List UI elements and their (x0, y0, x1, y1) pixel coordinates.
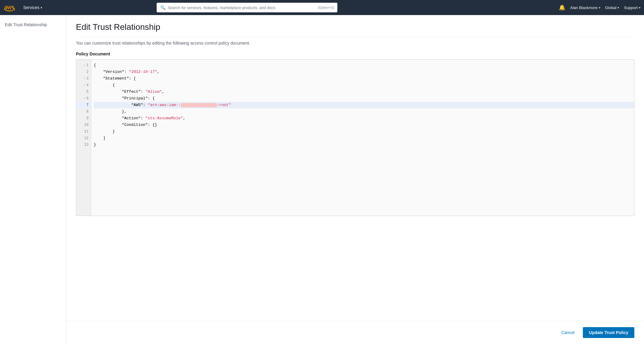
main-layout: Edit Trust Relationship Edit Trust Relat… (0, 15, 644, 344)
line-num-6: ▾ 6 (76, 95, 91, 102)
fold-arrow-3: ▾ (83, 75, 85, 82)
region-menu[interactable]: Global ▾ (605, 5, 619, 10)
code-line-1: { (94, 62, 634, 69)
code-line-6: "Principal": { (94, 95, 634, 102)
top-navigation: Services ▾ 🔍 [Option+S] 🔔 Alan Blackmore… (0, 0, 644, 15)
line-num-3: ▾ 3 (76, 75, 91, 82)
search-icon: 🔍 (160, 5, 165, 10)
line-num-8: 8 (76, 108, 91, 115)
code-line-9: "Action": "sts:AssumeRole", (94, 115, 634, 122)
page-description: You can customize trust relationships by… (76, 41, 634, 45)
aws-arn-value: "arn:aws:iam::XXXXXXXXXXXX:root" (148, 103, 231, 107)
policy-section-label: Policy Document (76, 52, 634, 56)
sidebar: Edit Trust Relationship (0, 15, 66, 344)
support-chevron-icon: ▾ (639, 6, 640, 9)
sidebar-item-edit-trust[interactable]: Edit Trust Relationship (5, 21, 61, 28)
line-num-2: 2 (76, 69, 91, 75)
line-num-10: 10 (76, 122, 91, 128)
services-chevron-icon: ▾ (41, 6, 42, 9)
support-label: Support (624, 5, 638, 10)
code-line-7: "AWS": "arn:aws:iam::XXXXXXXXXXXX:root" (94, 102, 634, 108)
aws-logo[interactable] (4, 3, 16, 12)
content-area: Edit Trust Relationship You can customiz… (66, 15, 644, 344)
line-num-1: ▾ 1 (76, 62, 91, 69)
user-menu[interactable]: Alan Blackmore ▾ (570, 5, 600, 10)
region-chevron-icon: ▾ (617, 6, 619, 9)
user-chevron-icon: ▾ (599, 6, 600, 9)
code-line-5: "Effect": "Allow", (94, 89, 634, 95)
search-shortcut: [Option+S] (318, 6, 334, 9)
line-num-4: ▾ 4 (76, 82, 91, 89)
notifications-bell-icon[interactable]: 🔔 (559, 4, 565, 11)
version-value: "2012-10-17" (129, 70, 157, 74)
line-numbers: ▾ 1 2 ▾ 3 ▾ 4 5 (76, 60, 91, 216)
nav-right-section: 🔔 Alan Blackmore ▾ Global ▾ Support ▾ (559, 4, 640, 11)
line-num-12: 12 (76, 135, 91, 142)
username-label: Alan Blackmore (570, 5, 598, 10)
code-line-4: { (94, 82, 634, 89)
code-line-2: "Version": "2012-10-17", (94, 69, 634, 75)
footer-actions: Cancel Update Trust Policy (66, 321, 644, 344)
support-menu[interactable]: Support ▾ (624, 5, 640, 10)
services-label: Services (23, 5, 39, 10)
line-num-5: 5 (76, 89, 91, 95)
update-trust-policy-button[interactable]: Update Trust Policy (583, 327, 634, 338)
search-bar[interactable]: 🔍 [Option+S] (157, 3, 337, 12)
code-content[interactable]: { "Version": "2012-10-17", "Statement": … (91, 60, 634, 216)
line-num-9: 9 (76, 115, 91, 122)
code-line-3: "Statement": [ (94, 75, 634, 82)
effect-value: "Allow" (145, 89, 162, 94)
fold-arrow-4: ▾ (83, 82, 85, 89)
code-line-8: }, (94, 108, 634, 115)
code-line-11: } (94, 128, 634, 135)
main-panel: Edit Trust Relationship You can customiz… (66, 15, 644, 321)
account-id-blurred: XXXXXXXXXXXX (181, 103, 217, 107)
code-line-10: "Condition": {} (94, 122, 634, 128)
line-num-13: 13 (76, 142, 91, 148)
fold-arrow-1: ▾ (83, 62, 85, 69)
cancel-button[interactable]: Cancel (557, 327, 580, 338)
fold-arrow-6: ▾ (83, 95, 85, 102)
code-line-12: ] (94, 135, 634, 142)
region-label: Global (605, 5, 617, 10)
line-num-11: 11 (76, 128, 91, 135)
action-value: "sts:AssumeRole" (145, 116, 183, 120)
services-menu[interactable]: Services ▾ (20, 4, 45, 11)
code-line-13: } (94, 142, 634, 148)
policy-code-editor[interactable]: ▾ 1 2 ▾ 3 ▾ 4 5 (76, 59, 634, 216)
line-num-7: 7 (76, 102, 91, 108)
sidebar-item-label: Edit Trust Relationship (5, 22, 47, 27)
page-title: Edit Trust Relationship (76, 22, 634, 37)
search-input[interactable] (168, 5, 316, 10)
